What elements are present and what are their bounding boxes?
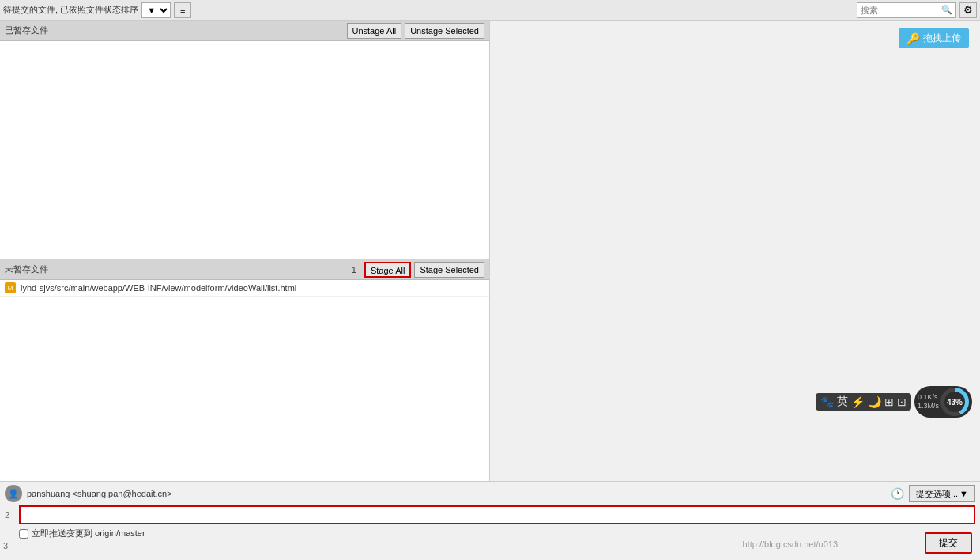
search-box: 🔍 bbox=[857, 2, 956, 18]
network-down-speed: 1.3M/s bbox=[918, 402, 939, 411]
system-tray: 🐾 英 ⚡ 🌙 ⊞ ⊡ 0.1K/s 1.3M/s 43% bbox=[816, 386, 972, 418]
settings-icon[interactable]: ⚙ bbox=[959, 2, 977, 18]
staged-section-title: 已暂存文件 bbox=[5, 25, 344, 36]
push-label: 立即推送变更到 origin/master bbox=[32, 528, 145, 539]
network-speeds: 0.1K/s 1.3M/s bbox=[918, 393, 939, 411]
staged-files-list bbox=[0, 41, 489, 259]
row-index-3: 3 bbox=[3, 541, 8, 551]
watermark: http://blog.csdn.net/u013 bbox=[743, 539, 838, 549]
key-icon: 🔑 bbox=[906, 32, 920, 45]
tray-apps-icon[interactable]: ⊡ bbox=[897, 395, 906, 408]
view-toggle-btn[interactable]: ≡ bbox=[174, 2, 191, 18]
timestamp-icon[interactable]: 🕐 bbox=[891, 487, 904, 500]
unstaged-section-title: 未暂存文件 bbox=[5, 263, 352, 275]
network-up-speed: 0.1K/s bbox=[918, 393, 939, 402]
file-modified-icon: M bbox=[5, 282, 16, 293]
commit-message-row: 2 bbox=[5, 505, 975, 524]
unstaged-count: 1 bbox=[352, 265, 356, 274]
tray-paw-icon[interactable]: 🐾 bbox=[820, 395, 834, 408]
sort-label: 待提交的文件, 已依照文件状态排序 bbox=[3, 4, 138, 16]
stage-all-button[interactable]: Stage All bbox=[364, 262, 411, 278]
tray-lang-icon[interactable]: 英 bbox=[837, 395, 848, 409]
submit-options-arrow: ▼ bbox=[959, 489, 968, 498]
bottom-commit-panel: 👤 panshuang <shuang.pan@hedait.cn> 🕐 提交选… bbox=[0, 481, 980, 560]
sort-dropdown[interactable]: ▼ bbox=[141, 2, 171, 18]
commit-message-input[interactable] bbox=[19, 505, 975, 524]
author-name: panshuang <shuang.pan@hedait.cn> bbox=[27, 489, 886, 498]
commit-button[interactable]: 提交 bbox=[925, 532, 972, 554]
push-checkbox-row: 立即推送变更到 origin/master bbox=[19, 528, 975, 539]
cpu-percent-label: 43% bbox=[944, 392, 965, 412]
list-item[interactable]: M lyhd-sjvs/src/main/webapp/WEB-INF/view… bbox=[0, 280, 489, 297]
right-panel: 🔑 拖拽上传 🐾 英 ⚡ 🌙 ⊞ ⊡ 0.1K/s 1.3M/s 43% bbox=[490, 21, 980, 481]
left-panel: 已暂存文件 Unstage All Unstage Selected 未暂存文件… bbox=[0, 21, 490, 481]
unstage-selected-button[interactable]: Unstage Selected bbox=[405, 23, 484, 39]
staged-section-header: 已暂存文件 Unstage All Unstage Selected bbox=[0, 21, 489, 41]
staged-section: 已暂存文件 Unstage All Unstage Selected bbox=[0, 21, 489, 259]
unstaged-files-list: M lyhd-sjvs/src/main/webapp/WEB-INF/view… bbox=[0, 280, 489, 481]
tray-moon-icon[interactable]: 🌙 bbox=[868, 395, 881, 408]
unstaged-section-header: 未暂存文件 1 Stage All Stage Selected bbox=[0, 259, 489, 280]
file-path: lyhd-sjvs/src/main/webapp/WEB-INF/view/m… bbox=[21, 283, 296, 293]
tray-grid-icon[interactable]: ⊞ bbox=[884, 395, 894, 408]
main-content: 已暂存文件 Unstage All Unstage Selected 未暂存文件… bbox=[0, 21, 980, 481]
unstaged-section: 未暂存文件 1 Stage All Stage Selected M lyhd-… bbox=[0, 259, 489, 481]
upload-button[interactable]: 🔑 拖拽上传 bbox=[899, 28, 969, 48]
commit-author-row: 👤 panshuang <shuang.pan@hedait.cn> 🕐 提交选… bbox=[5, 485, 975, 502]
top-toolbar: 待提交的文件, 已依照文件状态排序 ▼ ≡ 🔍 ⚙ bbox=[0, 0, 980, 21]
submit-options-button[interactable]: 提交选项... ▼ bbox=[909, 485, 975, 502]
cpu-usage-circle: 43% bbox=[940, 388, 969, 416]
tray-bolt-icon[interactable]: ⚡ bbox=[851, 395, 865, 408]
commit-row-index: 2 bbox=[5, 510, 14, 520]
push-checkbox[interactable] bbox=[19, 529, 28, 539]
network-widget: 0.1K/s 1.3M/s 43% bbox=[914, 386, 972, 418]
tray-icons: 🐾 英 ⚡ 🌙 ⊞ ⊡ bbox=[816, 393, 911, 411]
submit-options-label: 提交选项... bbox=[916, 488, 958, 500]
unstage-all-button[interactable]: Unstage All bbox=[347, 23, 402, 39]
stage-selected-button[interactable]: Stage Selected bbox=[414, 262, 484, 278]
avatar: 👤 bbox=[5, 485, 22, 502]
search-input[interactable] bbox=[861, 6, 940, 15]
search-icon[interactable]: 🔍 bbox=[941, 5, 952, 15]
upload-label: 拖拽上传 bbox=[923, 32, 961, 45]
